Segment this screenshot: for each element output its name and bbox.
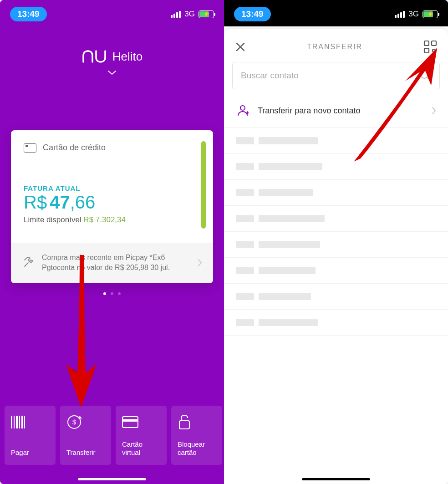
contact-row[interactable] — [224, 154, 448, 180]
svg-rect-4 — [21, 416, 23, 428]
status-indicators: 3G ⚡ — [171, 10, 214, 19]
contact-row[interactable] — [224, 128, 448, 154]
search-input[interactable] — [241, 71, 419, 81]
battery-icon: ⚡ — [423, 10, 438, 18]
contact-row[interactable] — [224, 206, 448, 232]
limit-row: Limite disponível R$ 7.302,34 — [24, 215, 200, 224]
credit-card-widget[interactable]: Cartão de crédito FATURA ATUAL R$ 47,66 … — [11, 130, 213, 283]
battery-icon: ⚡ — [199, 10, 214, 18]
chevron-right-icon — [198, 259, 202, 267]
recent-purchase-row[interactable]: Compra mais recente em Picpay *Ex6 Pgtoc… — [11, 243, 213, 283]
contact-row[interactable] — [224, 232, 448, 258]
transfer-sheet: TRANSFERIR Transferir para novo contato — [224, 29, 448, 484]
signal-icon — [171, 11, 181, 18]
contact-row[interactable] — [224, 180, 448, 206]
network-label: 3G — [184, 10, 195, 19]
lock-open-icon — [178, 414, 191, 430]
user-name: Helito — [112, 50, 143, 64]
person-plus-icon — [236, 104, 249, 117]
status-time: 13:49 — [234, 7, 271, 21]
action-row[interactable]: Pagar $ Transferir Cartão virtual Bloque… — [0, 406, 224, 465]
transfer-screen: 13:49 3G ⚡ TRANSFERIR — [224, 0, 448, 484]
home-indicator[interactable] — [302, 478, 370, 480]
signal-icon — [395, 11, 405, 18]
chevron-right-icon — [432, 107, 436, 115]
virtual-card-icon — [122, 414, 138, 430]
action-bloquear[interactable]: Bloquear cartão — [171, 406, 222, 465]
network-label: 3G — [408, 10, 419, 19]
card-accent-bar — [201, 141, 206, 229]
status-bar: 13:49 3G ⚡ — [224, 0, 448, 26]
close-icon[interactable] — [235, 41, 246, 52]
invoice-amount: R$ 47,66 — [24, 192, 200, 213]
recent-line-2: Pgtoconta no valor de R$ 205,98 30 jul. — [42, 263, 190, 273]
search-box[interactable] — [232, 62, 440, 89]
svg-rect-9 — [122, 419, 138, 422]
action-cartao-virtual[interactable]: Cartão virtual — [116, 406, 167, 465]
contact-list[interactable] — [224, 128, 448, 484]
svg-rect-14 — [432, 41, 436, 46]
transfer-icon: $ — [66, 414, 82, 430]
sheet-title: TRANSFERIR — [307, 43, 362, 51]
svg-rect-13 — [424, 41, 429, 46]
svg-rect-0 — [11, 416, 12, 428]
credit-card-icon — [24, 143, 36, 153]
status-time: 13:49 — [10, 7, 47, 21]
new-contact-label: Transferir para novo contato — [258, 106, 423, 116]
action-transferir[interactable]: $ Transferir — [60, 406, 111, 465]
tools-icon — [22, 256, 35, 269]
svg-rect-5 — [24, 416, 25, 428]
contact-row[interactable] — [224, 310, 448, 336]
svg-rect-10 — [179, 421, 189, 429]
svg-rect-15 — [424, 48, 429, 53]
svg-rect-2 — [16, 416, 18, 428]
status-bar: 13:49 3G ⚡ — [0, 0, 224, 26]
action-pagar[interactable]: Pagar — [5, 406, 56, 465]
status-indicators: 3G ⚡ — [395, 10, 438, 19]
svg-rect-1 — [14, 416, 15, 428]
nubank-logo-icon — [81, 49, 107, 64]
svg-point-18 — [240, 106, 245, 110]
chevron-down-icon[interactable] — [107, 70, 117, 76]
svg-text:$: $ — [72, 418, 76, 426]
search-icon — [419, 70, 431, 82]
page-dots — [0, 292, 224, 295]
contact-row[interactable] — [224, 258, 448, 284]
recent-line-1: Compra mais recente em Picpay *Ex6 — [42, 253, 190, 263]
home-indicator[interactable] — [78, 478, 146, 480]
svg-point-16 — [433, 49, 435, 52]
invoice-label: FATURA ATUAL — [24, 184, 200, 192]
contact-row[interactable] — [224, 284, 448, 310]
svg-rect-3 — [19, 416, 20, 428]
barcode-icon — [11, 414, 26, 430]
app-header[interactable]: Helito — [0, 49, 224, 76]
qr-code-icon[interactable] — [423, 40, 437, 54]
svg-rect-8 — [122, 417, 138, 428]
card-title: Cartão de crédito — [43, 143, 106, 153]
new-contact-row[interactable]: Transferir para novo contato — [224, 94, 448, 128]
home-screen: 13:49 3G ⚡ Helito Cartão de crédi — [0, 0, 224, 484]
